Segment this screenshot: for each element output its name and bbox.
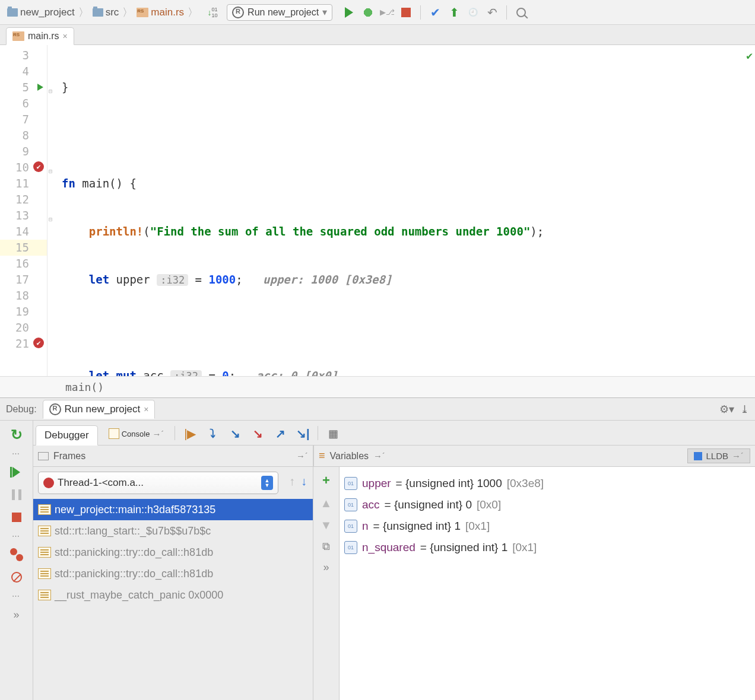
detach-icon[interactable]: →´ (732, 451, 744, 461)
stack-frame[interactable]: new_project::main::h3daf5873135 (33, 499, 313, 520)
gutter-line[interactable]: 6 (0, 96, 47, 112)
detach-icon[interactable]: →´ (152, 429, 164, 439)
gutter-line[interactable]: 13 (0, 208, 47, 224)
stack-frame[interactable]: std::rt::lang_start::_$u7b$$u7b$c (33, 520, 313, 542)
variable-row[interactable]: 01 upper = {unsigned int} 1000 [0x3e8] (344, 473, 750, 494)
pause-button[interactable] (8, 486, 25, 503)
vcs-history-button[interactable]: 🕘 (466, 5, 480, 20)
gutter-line[interactable]: 4 (0, 63, 47, 79)
stop-button[interactable] (399, 5, 413, 20)
run-with-coverage-button[interactable]: ▶⎇ (380, 5, 394, 20)
rust-icon (232, 7, 244, 18)
gutter-line[interactable]: 17 (0, 272, 47, 288)
vcs-commit-icon: ⬆ (449, 5, 459, 20)
debug-subtabs: Debugger Console →´ |▶ ⤵ ↘ ↘ ↗ ↘| ▦ (33, 421, 755, 446)
gutter-line-current[interactable]: 15 (0, 240, 47, 256)
pause-icon (12, 489, 21, 500)
force-step-into-button[interactable]: ↘ (250, 426, 265, 441)
variable-row[interactable]: 01 n = {unsigned int} 1 [0x1] (344, 516, 750, 537)
variables-list[interactable]: 01 upper = {unsigned int} 1000 [0x3e8] 0… (340, 467, 755, 700)
debug-main: Debugger Console →´ |▶ ⤵ ↘ ↘ ↗ ↘| ▦ (33, 421, 755, 700)
folder-icon (7, 8, 18, 17)
gutter-line-breakpoint[interactable]: 10 (0, 160, 47, 176)
settings-button[interactable]: ⚙▾ (719, 403, 734, 416)
debug-button[interactable] (361, 5, 375, 20)
evaluate-expression-button[interactable]: ▦ (325, 426, 341, 441)
stop-icon (401, 8, 411, 17)
run-to-cursor-button[interactable]: ↘| (295, 426, 310, 441)
inspections-ok-icon[interactable]: ✔ (746, 47, 753, 63)
show-exec-icon: |▶ (184, 427, 196, 441)
stack-frame[interactable]: __rust_maybe_catch_panic 0x0000 (33, 584, 313, 606)
more-button[interactable]: » (8, 606, 25, 623)
detach-icon[interactable]: →´ (373, 451, 385, 461)
copy-button[interactable]: ⧉ (322, 540, 330, 553)
gutter-line[interactable]: 16 (0, 256, 47, 272)
gutter-line[interactable]: 11 (0, 176, 47, 192)
stack-list[interactable]: new_project::main::h3daf5873135 std::rt:… (33, 499, 313, 606)
thread-selector[interactable]: Thread-1-<com.a... ▲▼ (38, 472, 278, 494)
scroll-from-source-button[interactable]: ↓0110 (205, 5, 220, 20)
stack-frame[interactable]: std::panicking::try::do_call::h81db (33, 542, 313, 563)
breadcrumb-project[interactable]: new_project (20, 7, 75, 18)
code-area[interactable]: } fn main() { println!("Find the sum of … (59, 45, 755, 376)
gutter-line[interactable]: 8 (0, 128, 47, 144)
breadcrumb[interactable]: new_project 〉 src 〉 main.rs 〉 (4, 4, 203, 21)
scroll-up-button[interactable]: ▲ (321, 497, 332, 510)
step-out-button[interactable]: ↗ (272, 426, 288, 441)
breadcrumb-folder[interactable]: src (106, 7, 119, 18)
vcs-revert-button[interactable]: ↶ (485, 5, 499, 20)
more-button[interactable]: » (323, 561, 329, 574)
variable-row[interactable]: 01 n_squared = {unsigned int} 1 [0x1] (344, 537, 750, 558)
new-watch-button[interactable]: + (322, 473, 330, 488)
lldb-tab[interactable]: LLDB →´ (687, 448, 750, 463)
gutter-line[interactable]: 14 (0, 224, 47, 240)
chevron-right-icon: 〉 (188, 5, 198, 20)
search-everywhere-button[interactable] (514, 5, 528, 20)
tab-label: main.rs (28, 31, 59, 42)
code-editor[interactable]: ✔ 3 4 5 6 7 8 9 10 11 12 13 14 15 16 17 … (0, 45, 755, 376)
tab-console[interactable]: Console →´ (105, 426, 168, 441)
gutter-line-breakpoint[interactable]: 21 (0, 336, 47, 352)
gutter-line[interactable]: 3 (0, 47, 47, 63)
separator (420, 5, 421, 20)
stack-frame[interactable]: std::panicking::try::do_call::h81db (33, 563, 313, 584)
close-icon[interactable]: × (62, 31, 67, 41)
detach-icon[interactable]: →´ (296, 451, 308, 461)
gutter[interactable]: 3 4 5 6 7 8 9 10 11 12 13 14 15 16 17 18… (0, 45, 47, 376)
run-configuration-selector[interactable]: Run new_project ▾ (227, 4, 332, 21)
debug-panel: Debug: Run new_project × ⚙▾ ⤓ ↻ ⋯ ⋯ ⋯ » … (0, 397, 755, 700)
fold-column[interactable] (47, 45, 59, 376)
close-icon[interactable]: × (144, 405, 148, 414)
resume-button[interactable] (8, 464, 25, 481)
gutter-line[interactable]: 19 (0, 304, 47, 320)
view-breakpoints-button[interactable] (8, 546, 25, 563)
run-button[interactable] (342, 5, 356, 20)
step-into-button[interactable]: ↘ (227, 426, 243, 441)
gutter-line[interactable]: 18 (0, 288, 47, 304)
gutter-line[interactable]: 9 (0, 144, 47, 160)
vcs-update-button[interactable]: ✔ (428, 5, 442, 20)
variables-toolbar: + ▲ ▼ ⧉ » (313, 467, 340, 700)
editor-tab-main-rs[interactable]: main.rs × (6, 27, 74, 45)
tab-debugger[interactable]: Debugger (36, 425, 98, 446)
show-execution-point-button[interactable]: |▶ (182, 426, 198, 441)
gutter-line[interactable]: 12 (0, 192, 47, 208)
gutter-line[interactable]: 20 (0, 320, 47, 336)
run-to-cursor-icon: ↘| (296, 427, 310, 441)
frame-up-button[interactable]: ↑ (289, 475, 295, 488)
debug-session-tab[interactable]: Run new_project × (43, 400, 156, 419)
variable-row[interactable]: 01 acc = {unsigned int} 0 [0x0] (344, 494, 750, 516)
mute-breakpoints-button[interactable] (8, 569, 25, 586)
breadcrumb-file[interactable]: main.rs (151, 7, 184, 18)
scroll-down-button[interactable]: ▼ (321, 518, 332, 532)
stop-button[interactable] (8, 509, 25, 526)
gutter-line[interactable]: 7 (0, 112, 47, 128)
vcs-commit-button[interactable]: ⬆ (447, 5, 461, 20)
gutter-line[interactable]: 5 (0, 79, 47, 96)
frame-down-button[interactable]: ↓ (301, 475, 307, 488)
pin-button[interactable]: ⤓ (740, 403, 749, 416)
step-over-button[interactable]: ⤵ (205, 426, 220, 441)
variables-pane: ≡ Variables →´ LLDB →´ (313, 446, 755, 700)
rerun-button[interactable]: ↻ (8, 427, 25, 443)
